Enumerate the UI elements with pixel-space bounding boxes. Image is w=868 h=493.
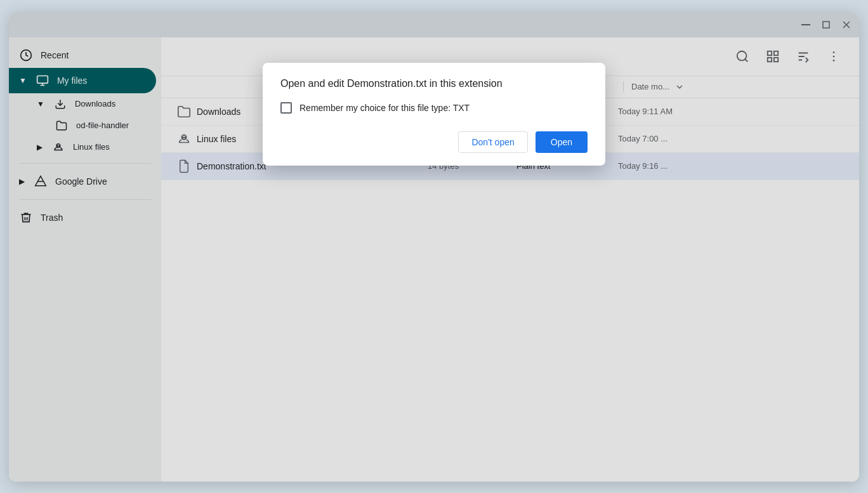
dialog-overlay: Open and edit Demonstration.txt in this … xyxy=(9,12,859,482)
remember-choice-label: Remember my choice for this file type: T… xyxy=(299,103,470,113)
open-with-dialog: Open and edit Demonstration.txt in this … xyxy=(263,63,605,166)
remember-choice-checkbox[interactable] xyxy=(280,102,292,114)
dont-open-button[interactable]: Don't open xyxy=(458,131,527,153)
remember-choice-row: Remember my choice for this file type: T… xyxy=(280,102,588,114)
app-window: Recent ▼ My files ▼ Downloads xyxy=(9,12,859,482)
dialog-title: Open and edit Demonstration.txt in this … xyxy=(280,78,588,89)
open-button[interactable]: Open xyxy=(536,131,588,153)
dialog-actions: Don't open Open xyxy=(280,131,588,153)
